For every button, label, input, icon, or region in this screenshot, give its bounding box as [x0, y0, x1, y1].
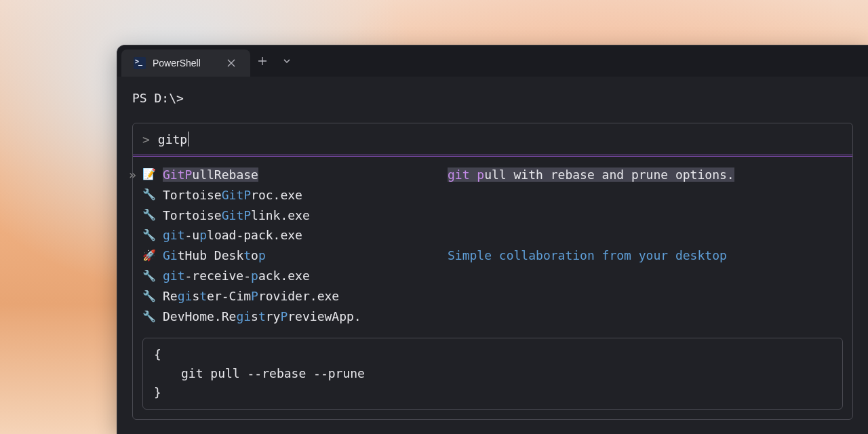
suggestion-item[interactable]: 🔧TortoiseGitProc.exe [142, 185, 427, 205]
suggestion-description [448, 225, 843, 245]
suggestion-panel: > gitp »📝GitPullRebase🔧TortoiseGitProc.e… [132, 123, 853, 420]
suggestion-text: GitHub Desktop [163, 246, 266, 265]
suggestion-description [448, 266, 843, 286]
item-type-icon: 🚀 [142, 248, 156, 264]
item-type-icon: 🔧 [142, 309, 156, 326]
tab-title: PowerShell [153, 58, 215, 68]
suggestion-text: TortoiseGitPlink.exe [163, 206, 310, 225]
suggestion-description [448, 205, 843, 226]
suggestion-description: git pull with rebase and prune options. [448, 165, 843, 185]
suggestion-description [448, 286, 843, 307]
suggestion-text: git-upload-pack.exe [163, 226, 302, 245]
text-cursor [188, 132, 189, 146]
suggestion-text: DevHome.RegistryPreviewApp. [163, 307, 361, 326]
suggestion-item[interactable]: »📝GitPullRebase [142, 165, 427, 185]
tab-dropdown-button[interactable] [275, 45, 299, 77]
suggestion-text: TortoiseGitProc.exe [163, 186, 302, 205]
prompt-line: PS D:\> [132, 89, 853, 108]
terminal-body: PS D:\> > gitp »📝GitPullRebase🔧TortoiseG… [117, 77, 868, 434]
suggestion-item[interactable]: 🔧DevHome.RegistryPreviewApp. [142, 307, 427, 327]
tab-powershell[interactable]: PowerShell [121, 50, 250, 77]
input-chevron-icon: > [142, 130, 150, 149]
suggestion-item[interactable]: 🔧Register-CimProvider.exe [142, 286, 427, 307]
suggestion-item[interactable]: 🔧git-receive-pack.exe [142, 266, 427, 286]
item-type-icon: 📝 [142, 166, 156, 183]
suggestion-input-row[interactable]: > gitp [133, 123, 852, 156]
suggestion-description: Simple collaboration from your desktop [448, 245, 843, 266]
suggestion-text: GitPullRebase [163, 165, 258, 184]
input-text[interactable]: gitp [158, 130, 189, 149]
suggestion-text: git-receive-pack.exe [163, 267, 310, 285]
close-icon[interactable] [222, 47, 241, 79]
suggestion-text: Register-CimProvider.exe [163, 287, 339, 306]
new-tab-button[interactable] [250, 45, 275, 77]
preview-pane: { git pull --rebase --prune } [142, 338, 843, 410]
item-type-icon: 🔧 [142, 207, 156, 224]
preview-body: git pull --rebase --prune [154, 364, 831, 383]
powershell-icon [134, 57, 146, 69]
suggestion-item[interactable]: 🔧TortoiseGitPlink.exe [142, 205, 427, 226]
terminal-window: PowerShell PS D:\> > gitp »📝GitPullRebas… [117, 45, 868, 434]
preview-open-brace: { [154, 345, 831, 364]
item-type-icon: 🔧 [142, 288, 156, 305]
selection-marker-icon: » [129, 165, 136, 184]
preview-close-brace: } [154, 383, 831, 402]
suggestion-item[interactable]: 🔧git-upload-pack.exe [142, 225, 427, 245]
item-type-icon: 🔧 [142, 227, 156, 244]
suggestion-description [448, 307, 843, 327]
item-type-icon: 🔧 [142, 186, 156, 203]
suggestion-description [448, 185, 843, 205]
suggestion-item[interactable]: 🚀GitHub Desktop [142, 245, 427, 266]
tab-bar: PowerShell [117, 45, 868, 77]
suggestion-results: »📝GitPullRebase🔧TortoiseGitProc.exe🔧Tort… [133, 157, 852, 338]
item-type-icon: 🔧 [142, 268, 156, 285]
